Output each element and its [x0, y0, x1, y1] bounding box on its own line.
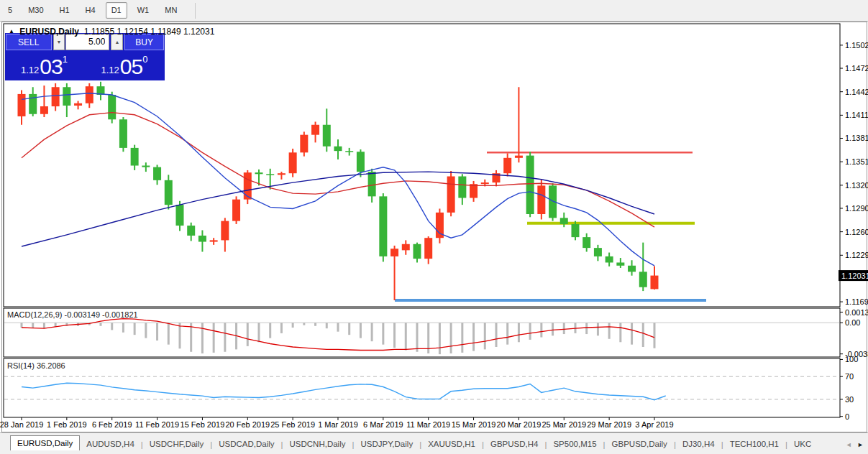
trading-platform-window: 5M30H1H4D1W1MN 1.150251.147251.144201.14… — [0, 0, 868, 454]
date-axis-label: 11 Feb 2019 — [135, 420, 179, 429]
macd-name: MACD(12,26,9) — [7, 310, 62, 319]
macd-axis-label: 0.001313 — [845, 308, 868, 317]
ma-blue-slow — [22, 172, 654, 246]
sell-price-display[interactable]: 1.12 03 1 — [6, 50, 83, 80]
chart-symbol-label: EURUSD,Daily — [19, 27, 79, 37]
current-price-value: 1.12031 — [841, 272, 868, 280]
date-axis-label: 20 Mar 2019 — [497, 420, 542, 429]
date-axis-label: 11 Mar 2019 — [406, 420, 450, 429]
chart-marker-icon: ▲ — [9, 28, 14, 34]
sell-price-big: 03 — [40, 56, 62, 78]
macd-axis-label: 0.00 — [845, 318, 860, 327]
one-click-trade-panel: SELL ▼ ▲ BUY 1.12 03 1 1.12 05 0 — [6, 34, 164, 80]
chevron-up-icon: ▲ — [114, 40, 119, 45]
price-axis-label: 1.14725 — [845, 64, 868, 73]
date-axis-label: 1 Mar 2019 — [318, 420, 358, 429]
price-axis-label: 1.12905 — [845, 204, 868, 213]
date-axis-label: 15 Feb 2019 — [181, 420, 225, 429]
date-axis-label: 25 Mar 2019 — [542, 420, 586, 429]
date-axis-label: 20 Feb 2019 — [225, 420, 270, 429]
price-axis-label: 1.15025 — [845, 41, 868, 50]
date-axis-label: 15 Mar 2019 — [452, 420, 496, 429]
sell-price-sup: 1 — [63, 52, 68, 64]
macd-label: MACD(12,26,9) -0.003149 -0.001821 — [7, 310, 138, 319]
rsi-line — [22, 383, 666, 399]
date-axis-label: 6 Feb 2019 — [92, 420, 132, 429]
buy-price-prefix: 1.12 — [101, 63, 119, 78]
sell-price-prefix: 1.12 — [21, 63, 39, 78]
buy-price-display[interactable]: 1.12 05 0 — [85, 50, 164, 80]
rsi-axis-label: 0 — [845, 412, 849, 421]
rsi-axis-label: 70 — [845, 372, 854, 381]
date-axis-label: 28 Jan 2019 — [0, 420, 43, 429]
chart-ohlc-values: 1.11855 1.12154 1.11849 1.12031 — [84, 27, 215, 37]
price-axis-label: 1.13510 — [845, 157, 868, 166]
chevron-down-icon: ▼ — [57, 40, 62, 45]
macd-main-value: -0.003149 — [64, 310, 100, 319]
price-axis-label: 1.11690 — [845, 297, 868, 306]
chart-title: ▲ EURUSD,Daily 1.11855 1.12154 1.11849 1… — [9, 27, 214, 37]
rsi-axis-label: 100 — [845, 355, 858, 363]
price-axis-label: 1.13205 — [845, 181, 868, 190]
buy-price-big: 05 — [120, 56, 142, 78]
buy-price-sup: 0 — [142, 52, 147, 64]
date-axis-label: 29 Mar 2019 — [587, 420, 631, 429]
date-axis-label: 25 Feb 2019 — [270, 420, 315, 429]
rsi-axis-label: 30 — [845, 395, 854, 404]
date-axis-label: 1 Feb 2019 — [47, 420, 87, 429]
ma-blue-fast — [22, 93, 654, 266]
price-axis-label: 1.12600 — [845, 228, 868, 236]
ma-red — [22, 113, 654, 228]
rsi-label: RSI(14) 36.2086 — [7, 361, 65, 370]
rsi-value: 36.2086 — [37, 361, 65, 370]
price-axis-label: 1.13815 — [845, 134, 868, 142]
date-axis-label: 6 Mar 2019 — [363, 420, 403, 429]
price-axis-label: 1.14420 — [845, 88, 868, 96]
macd-signal-value: -0.001821 — [102, 310, 138, 319]
date-axis-label: 3 Apr 2019 — [635, 420, 673, 429]
price-axis-label: 1.12295 — [845, 251, 868, 259]
candles-group — [18, 82, 659, 300]
price-axis-label: 1.14115 — [845, 111, 868, 119]
rsi-name: RSI(14) — [7, 361, 35, 370]
